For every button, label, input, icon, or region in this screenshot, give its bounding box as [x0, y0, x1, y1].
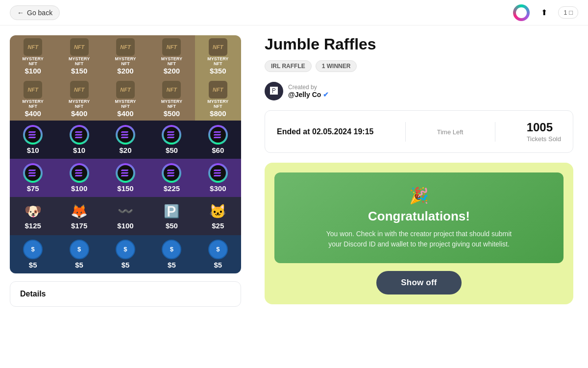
cell-price: $200: [117, 67, 133, 75]
grid-cell[interactable]: $50: [148, 121, 195, 159]
grid-cell[interactable]: NFT MYSTERYNFT $400: [10, 78, 56, 121]
cell-price: $75: [27, 184, 39, 193]
top-bar: ← Go back ⬆ 1 □: [0, 0, 588, 25]
stat-separator-2: [495, 122, 495, 142]
cell-price: $400: [117, 109, 133, 118]
nft-icon: NFT: [162, 81, 181, 98]
grid-cell[interactable]: $ $5: [102, 235, 148, 273]
grid-cell[interactable]: NFT MYSTERYNFT $400: [56, 78, 102, 121]
grid-cell[interactable]: 🐶 $125: [10, 197, 56, 235]
sol-icon: [116, 125, 135, 145]
creator-name: @Jelly Co ✔: [288, 91, 329, 98]
grid-cell[interactable]: 🐱 $25: [195, 197, 241, 235]
raffle-grid: NFT MYSTERYNFT $100 NFT MYSTERYNFT $150 …: [10, 35, 241, 273]
nft-icon: NFT: [209, 81, 227, 98]
sol-icon: [208, 163, 228, 183]
share-button[interactable]: ⬆: [536, 4, 552, 21]
creator-info: Created by @Jelly Co ✔: [288, 84, 329, 98]
grid-cell[interactable]: NFT MYSTERYNFT $350: [195, 35, 241, 78]
usdc-icon: $: [116, 240, 135, 259]
stat-time-left: Time Left: [437, 127, 464, 136]
go-back-label: Go back: [27, 9, 52, 17]
cell-price: $150: [71, 67, 87, 75]
grid-cell[interactable]: $75: [10, 159, 56, 197]
grid-cell[interactable]: $150: [102, 159, 148, 197]
details-title: Details: [20, 290, 231, 298]
cell-price: $60: [212, 146, 224, 154]
stat-ended: Ended at 02.05.2024 19:15: [277, 127, 373, 136]
top-bar-actions: ⬆ 1 □: [513, 4, 578, 21]
grid-cell[interactable]: NFT MYSTERYNFT $150: [56, 35, 102, 78]
tickets-sold-label: Tickets Sold: [527, 135, 561, 143]
cell-price: $100: [25, 67, 41, 75]
congrats-emoji: 🎉: [286, 186, 552, 205]
cell-price: $100: [71, 184, 87, 193]
grid-cell[interactable]: $ $5: [10, 235, 56, 273]
nft-icon: NFT: [24, 38, 42, 56]
details-box: Details: [10, 281, 241, 307]
raffle-title: Jumble Raffles: [265, 35, 573, 53]
cell-price: $200: [164, 67, 180, 75]
badge-irl-raffle: IRL RAFFLE: [265, 60, 312, 72]
sol-icon: [162, 125, 181, 145]
grid-cell[interactable]: 🅿️ $50: [148, 197, 195, 235]
cell-price: $175: [71, 221, 87, 230]
cell-label: MYSTERYNFT: [161, 99, 182, 109]
grid-cell[interactable]: $10: [10, 121, 56, 159]
cell-label: MYSTERYNFT: [69, 57, 90, 67]
pet-icon: 🅿️: [164, 202, 179, 221]
grid-cell[interactable]: $100: [56, 159, 102, 197]
cell-price: $20: [119, 146, 131, 154]
cell-price: $125: [25, 221, 41, 230]
nft-icon: NFT: [209, 38, 227, 56]
grid-cell[interactable]: $60: [195, 121, 241, 159]
stat-separator: [405, 122, 406, 142]
verified-icon: ✔: [323, 91, 329, 98]
usdc-icon: $: [208, 240, 228, 259]
sol-icon: [208, 125, 228, 145]
grid-cell[interactable]: $300: [195, 159, 241, 197]
stats-box: Ended at 02.05.2024 19:15 Time Left 1005…: [265, 110, 573, 153]
grid-cell[interactable]: 🦊 $175: [56, 197, 102, 235]
nft-icon: NFT: [24, 81, 42, 98]
grid-cell[interactable]: $225: [148, 159, 195, 197]
grid-cell[interactable]: $ $5: [56, 235, 102, 273]
grid-cell[interactable]: NFT MYSTERYNFT $500: [148, 78, 195, 121]
grid-cell[interactable]: $20: [102, 121, 148, 159]
grid-cell[interactable]: NFT MYSTERYNFT $200: [148, 35, 195, 78]
stat-tickets: 1005 Tickets Sold: [527, 121, 561, 143]
grid-cell[interactable]: $10: [56, 121, 102, 159]
right-panel: Jumble Raffles IRL RAFFLE 1 WINNER 🅿 Cre…: [250, 35, 573, 358]
cell-price: $150: [117, 184, 133, 193]
cell-price: $25: [212, 221, 224, 230]
cell-price: $5: [214, 261, 222, 269]
cell-price: $300: [210, 184, 226, 193]
grid-cell[interactable]: $ $5: [195, 235, 241, 273]
congratulations-section: 🎉 Congratulations! You won. Check in wit…: [265, 163, 573, 304]
cell-label: MYSTERYNFT: [23, 99, 44, 109]
cell-price: $10: [73, 146, 85, 154]
cell-price: $10: [27, 146, 39, 154]
profile-inner: [516, 7, 527, 18]
cell-price: $5: [168, 261, 176, 269]
cell-label: MYSTERYNFT: [23, 57, 44, 67]
grid-cell[interactable]: NFT MYSTERYNFT $200: [102, 35, 148, 78]
cell-price: $500: [164, 109, 180, 118]
cell-label: MYSTERYNFT: [207, 57, 228, 67]
grid-cell[interactable]: NFT MYSTERYNFT $100: [10, 35, 56, 78]
nft-icon: NFT: [116, 81, 135, 98]
show-off-button[interactable]: Show off: [376, 271, 461, 294]
cell-label: MYSTERYNFT: [115, 57, 136, 67]
cell-label: MYSTERYNFT: [161, 57, 182, 67]
main-content: NFT MYSTERYNFT $100 NFT MYSTERYNFT $150 …: [0, 25, 588, 368]
grid-cell[interactable]: $ $5: [148, 235, 195, 273]
grid-cell[interactable]: NFT MYSTERYNFT $400: [102, 78, 148, 121]
go-back-button[interactable]: ← Go back: [10, 5, 60, 20]
usdc-icon: $: [162, 240, 181, 259]
cell-price: $5: [122, 261, 130, 269]
grid-cell[interactable]: NFT MYSTERYNFT $800: [195, 78, 241, 121]
profile-icon[interactable]: [513, 4, 530, 21]
pet-icon: 🐱: [209, 202, 226, 221]
grid-cell[interactable]: 〰️ $100: [102, 197, 148, 235]
sol-icon: [23, 163, 43, 183]
